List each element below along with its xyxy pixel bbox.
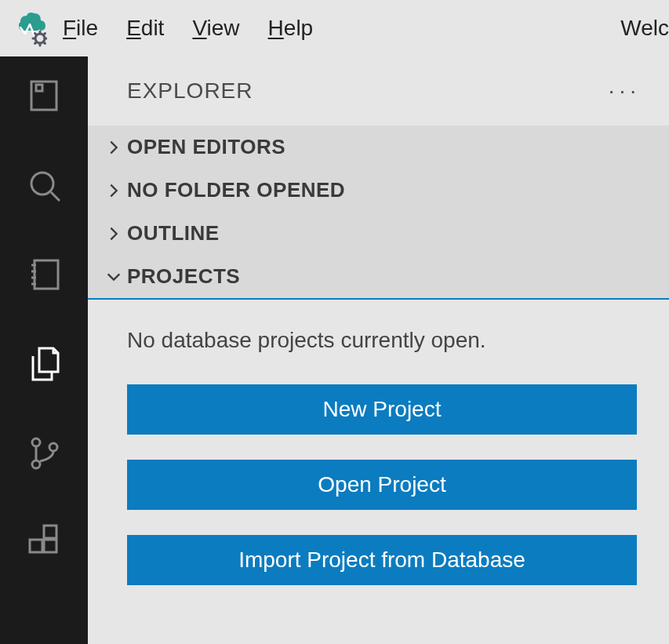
svg-point-10	[32, 438, 40, 446]
activity-bar	[0, 56, 88, 644]
activity-source-control[interactable]	[22, 431, 66, 475]
chevron-right-icon	[100, 182, 127, 199]
svg-point-11	[32, 460, 40, 468]
new-project-button[interactable]: New Project	[127, 384, 637, 435]
extensions-icon	[25, 524, 63, 562]
svg-point-12	[49, 443, 57, 451]
projects-panel: No database projects currently open. New…	[88, 298, 669, 644]
section-label: PROJECTS	[127, 264, 240, 289]
branch-icon	[25, 435, 63, 472]
chevron-right-icon	[100, 139, 127, 156]
section-projects[interactable]: PROJECTS	[88, 255, 669, 298]
svg-point-3	[31, 173, 53, 195]
activity-search[interactable]	[22, 163, 66, 207]
svg-rect-14	[44, 540, 56, 552]
svg-rect-15	[44, 526, 56, 538]
import-project-button[interactable]: Import Project from Database	[127, 535, 637, 585]
app-logo-icon	[9, 9, 47, 47]
svg-rect-5	[35, 260, 58, 289]
menu-edit[interactable]: Edit	[126, 16, 164, 41]
chevron-right-icon	[100, 225, 127, 242]
sidebar-title: EXPLORER	[127, 78, 253, 104]
menu-help[interactable]: Help	[268, 16, 314, 41]
section-label: OUTLINE	[127, 221, 220, 246]
search-icon	[25, 166, 63, 204]
chevron-down-icon	[100, 268, 127, 286]
section-label: OPEN EDITORS	[127, 135, 285, 159]
section-no-folder-opened[interactable]: NO FOLDER OPENED	[88, 169, 669, 212]
sidebar: EXPLORER ··· OPEN EDITORS NO FOLDER OPEN…	[88, 56, 669, 644]
section-open-editors[interactable]: OPEN EDITORS	[88, 126, 669, 169]
notebook-icon	[25, 256, 63, 293]
menubar-items: File Edit View Help	[63, 16, 313, 41]
menu-file[interactable]: File	[63, 16, 98, 41]
svg-rect-2	[36, 85, 42, 91]
activity-explorer[interactable]	[22, 342, 66, 386]
activity-servers[interactable]	[22, 74, 66, 118]
activity-extensions[interactable]	[22, 521, 66, 565]
files-icon	[25, 345, 63, 383]
server-icon	[25, 77, 63, 115]
more-actions-icon[interactable]: ···	[609, 78, 641, 104]
menu-view[interactable]: View	[192, 16, 239, 41]
open-project-button[interactable]: Open Project	[127, 460, 637, 510]
menubar: File Edit View Help Welc	[0, 0, 669, 56]
projects-empty-text: No database projects currently open.	[127, 328, 638, 353]
section-label: NO FOLDER OPENED	[127, 178, 345, 202]
editor-tab-partial: Welc	[620, 16, 669, 41]
activity-notebooks[interactable]	[22, 253, 66, 297]
svg-rect-13	[30, 540, 42, 552]
sidebar-header: EXPLORER ···	[88, 56, 669, 126]
section-outline[interactable]: OUTLINE	[88, 212, 669, 255]
svg-line-4	[51, 192, 60, 201]
